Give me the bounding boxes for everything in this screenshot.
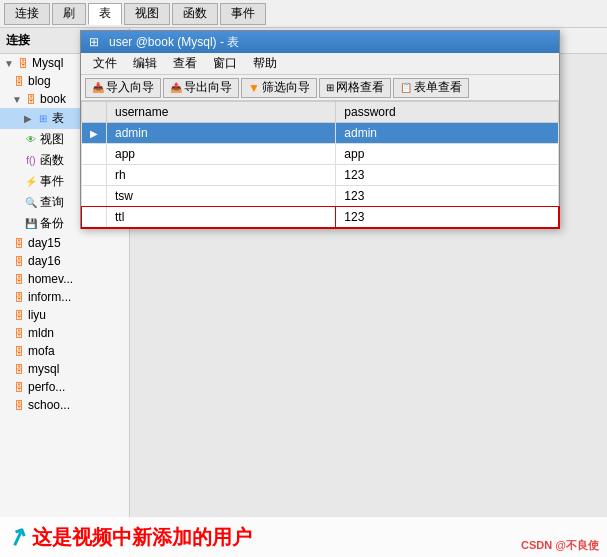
tree-label-book-views: 视图	[40, 131, 64, 148]
dialog-toolbar: 📥 导入向导 📤 导出向导 ▼ 筛选向导 ⊞ 网格查看 📋 表单查看	[81, 75, 559, 101]
cell-username[interactable]: app	[107, 144, 336, 165]
db-icon-inform: 🗄	[12, 290, 26, 304]
top-toolbar: 连接 刷 表 视图 函数 事件	[0, 0, 607, 28]
tree-label-book-tables: 表	[52, 110, 64, 127]
tree-item-day16[interactable]: 🗄 day16	[0, 252, 129, 270]
tree-label-book-queries: 查询	[40, 194, 64, 211]
db-icon-liyu: 🗄	[12, 308, 26, 322]
menu-file[interactable]: 文件	[85, 54, 125, 73]
table-row[interactable]: tsw 123	[82, 186, 559, 207]
col-header-username[interactable]: username	[107, 102, 336, 123]
backups-icon: 💾	[24, 217, 38, 231]
menu-window[interactable]: 窗口	[205, 54, 245, 73]
table-row[interactable]: ▶ admin admin	[82, 123, 559, 144]
db-icon-day16: 🗄	[12, 254, 26, 268]
filter-wizard-button[interactable]: ▼ 筛选向导	[241, 78, 317, 98]
db-icon-homeview: 🗄	[12, 272, 26, 286]
expand-arrow-mysql: ▼	[4, 58, 14, 69]
tree-item-mofa[interactable]: 🗄 mofa	[0, 342, 129, 360]
row-indicator: ▶	[82, 123, 107, 144]
cell-username[interactable]: admin	[107, 123, 336, 144]
tree-label-schoo: schoo...	[28, 398, 70, 412]
tab-event[interactable]: 事件	[220, 3, 266, 25]
table-row[interactable]: ttl 123	[82, 207, 559, 228]
cell-password[interactable]: admin	[336, 123, 559, 144]
annotation: ↗ 这是视频中新添加的用户	[0, 517, 607, 557]
expand-arrow-book: ▼	[12, 94, 22, 105]
export-wizard-button[interactable]: 📤 导出向导	[163, 78, 239, 98]
tree-label-book-funcs: 函数	[40, 152, 64, 169]
expand-arrow-book-tables: ▶	[24, 113, 34, 124]
filter-icon: ▼	[248, 81, 260, 95]
tree-label-book: book	[40, 92, 66, 106]
db-icon-mysql: 🗄	[16, 56, 30, 70]
csdn-badge: CSDN @不良使	[521, 538, 599, 553]
tab-table[interactable]: 表	[88, 3, 122, 25]
tab-view[interactable]: 视图	[124, 3, 170, 25]
tree-label-day15: day15	[28, 236, 61, 250]
col-header-password[interactable]: password	[336, 102, 559, 123]
tree-label-mldn: mldn	[28, 326, 54, 340]
dialog-title-text: user @book (Mysql) - 表	[109, 34, 239, 51]
tab-connect[interactable]: 连接	[4, 3, 50, 25]
cell-password[interactable]: 123	[336, 165, 559, 186]
cell-username[interactable]: rh	[107, 165, 336, 186]
tab-function[interactable]: 函数	[172, 3, 218, 25]
app-container: 连接 刷 表 视图 函数 事件 连接 ▼ 🗄 Mysql 🗄 blog ▼ �	[0, 0, 607, 557]
queries-icon: 🔍	[24, 196, 38, 210]
db-icon-perfo: 🗄	[12, 380, 26, 394]
import-wizard-button[interactable]: 📥 导入向导	[85, 78, 161, 98]
tree-label-mysql2: mysql	[28, 362, 59, 376]
tree-item-perfo[interactable]: 🗄 perfo...	[0, 378, 129, 396]
grid-icon: ⊞	[326, 82, 334, 93]
db-icon-mysql2: 🗄	[12, 362, 26, 376]
menu-view[interactable]: 查看	[165, 54, 205, 73]
row-indicator	[82, 207, 107, 228]
db-icon-mldn: 🗄	[12, 326, 26, 340]
tree-label-homeview: homev...	[28, 272, 73, 286]
tree-item-liyu[interactable]: 🗄 liyu	[0, 306, 129, 324]
dialog-title-icon: ⊞	[89, 35, 103, 49]
table-row[interactable]: app app	[82, 144, 559, 165]
dialog-menubar: 文件 编辑 查看 窗口 帮助	[81, 53, 559, 75]
tree-label-perfo: perfo...	[28, 380, 65, 394]
tree-label-inform: inform...	[28, 290, 71, 304]
db-icon-day15: 🗄	[12, 236, 26, 250]
db-icon-blog: 🗄	[12, 74, 26, 88]
tree-item-schoo[interactable]: 🗄 schoo...	[0, 396, 129, 414]
cell-username[interactable]: tsw	[107, 186, 336, 207]
menu-edit[interactable]: 编辑	[125, 54, 165, 73]
tree-item-day15[interactable]: 🗄 day15	[0, 234, 129, 252]
tree-label-book-backups: 备份	[40, 215, 64, 232]
tree-label-mofa: mofa	[28, 344, 55, 358]
annotation-text: 这是视频中新添加的用户	[32, 524, 252, 551]
dialog-window: ⊞ user @book (Mysql) - 表 文件 编辑 查看 窗口 帮助 …	[80, 30, 560, 229]
tree-item-mysql2[interactable]: 🗄 mysql	[0, 360, 129, 378]
table-icon: ⊞	[36, 112, 50, 126]
tree-label-day16: day16	[28, 254, 61, 268]
row-indicator	[82, 144, 107, 165]
menu-help[interactable]: 帮助	[245, 54, 285, 73]
form-view-button[interactable]: 📋 表单查看	[393, 78, 469, 98]
tree-item-mldn[interactable]: 🗄 mldn	[0, 324, 129, 342]
cell-password[interactable]: 123	[336, 207, 559, 228]
tree-item-homeview[interactable]: 🗄 homev...	[0, 270, 129, 288]
events-icon: ⚡	[24, 175, 38, 189]
grid-view-button[interactable]: ⊞ 网格查看	[319, 78, 391, 98]
col-header-arrow	[82, 102, 107, 123]
cell-username[interactable]: ttl	[107, 207, 336, 228]
tree-label-blog: blog	[28, 74, 51, 88]
tree-label-book-events: 事件	[40, 173, 64, 190]
func-icon: f()	[24, 154, 38, 168]
db-icon-mofa: 🗄	[12, 344, 26, 358]
db-icon-book: 🗄	[24, 92, 38, 106]
tree-item-inform[interactable]: 🗄 inform...	[0, 288, 129, 306]
data-table-container: username password ▶ admin admin app	[81, 101, 559, 228]
cell-password[interactable]: app	[336, 144, 559, 165]
db-icon-schoo: 🗄	[12, 398, 26, 412]
table-row[interactable]: rh 123	[82, 165, 559, 186]
data-table: username password ▶ admin admin app	[81, 101, 559, 228]
tab-refresh[interactable]: 刷	[52, 3, 86, 25]
cell-password[interactable]: 123	[336, 186, 559, 207]
export-icon: 📤	[170, 82, 182, 93]
